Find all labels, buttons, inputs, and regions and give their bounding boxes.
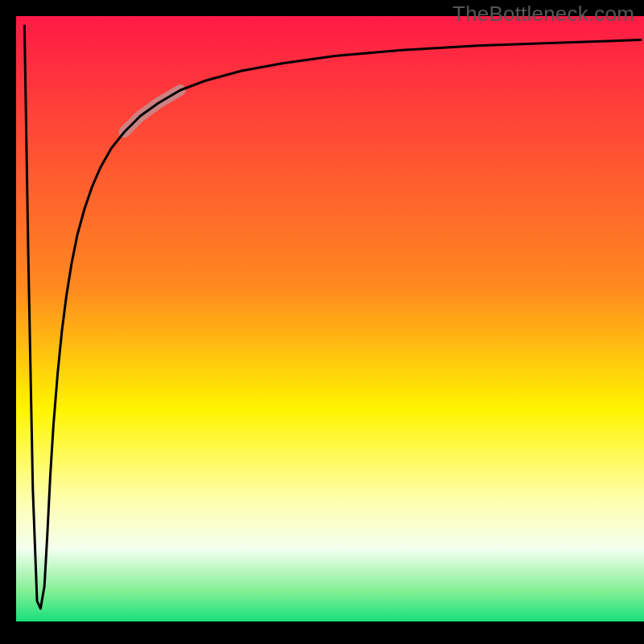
gradient-background [16, 16, 644, 621]
bottleneck-chart [0, 0, 644, 644]
chart-container: TheBottleneck.com [0, 0, 644, 644]
axis-frame-left [0, 0, 16, 644]
axis-frame-bottom [0, 621, 644, 644]
watermark-label: TheBottleneck.com [452, 2, 634, 27]
